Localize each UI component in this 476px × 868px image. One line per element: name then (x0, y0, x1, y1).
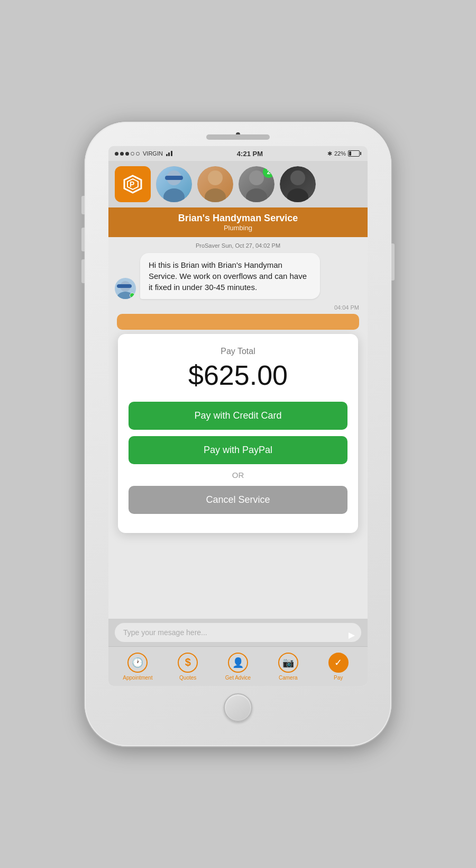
quotes-icon: $ (178, 653, 198, 673)
quotes-label: Quotes (179, 675, 196, 681)
pay-amount: $625.00 (129, 359, 347, 391)
pay-paypal-button[interactable]: Pay with PayPal (129, 436, 347, 464)
pay-label: Pay (334, 675, 343, 681)
tab-appointment[interactable]: 🕐 Appointment (113, 653, 163, 681)
orange-cta-peek[interactable] (117, 314, 359, 330)
svg-point-4 (163, 188, 185, 202)
tab-quotes[interactable]: $ Quotes (163, 653, 213, 681)
message-timestamp: 04:04 PM (115, 304, 361, 311)
pay-total-label: Pay Total (129, 347, 347, 356)
avatar-person2[interactable] (197, 166, 233, 202)
phone-screen: VIRGIN 4:21 PM ✱ 22% (108, 146, 368, 686)
app-logo[interactable]: P (115, 166, 151, 202)
svg-point-11 (287, 188, 308, 202)
wifi-icon (166, 151, 172, 156)
home-button[interactable] (224, 693, 252, 722)
camera-icon: 📷 (278, 653, 298, 673)
pay-credit-card-button[interactable]: Pay with Credit Card (129, 402, 347, 430)
person1-face (156, 166, 192, 202)
online-indicator (130, 293, 135, 298)
appointment-icon: 🕐 (127, 653, 148, 673)
svg-point-6 (208, 170, 223, 185)
battery-pct-label: 22% (334, 150, 346, 157)
tab-pay[interactable]: ✓ Pay (313, 653, 363, 681)
battery-indicator (348, 150, 361, 157)
status-right: ✱ 22% (327, 150, 361, 157)
svg-point-8 (249, 170, 264, 185)
camera-label: Camera (279, 675, 298, 681)
get-advice-label: Get Advice (225, 675, 251, 681)
tab-get-advice[interactable]: 👤 Get Advice (213, 653, 263, 681)
svg-text:P: P (130, 180, 134, 188)
message-input-placeholder[interactable]: Type your mesage here... (115, 623, 361, 642)
svg-rect-5 (165, 176, 183, 180)
chat-message-row: Hi this is Brian with Brian's Handyman S… (115, 253, 361, 299)
chat-bubble: Hi this is Brian with Brian's Handyman S… (140, 253, 320, 299)
phone-device: VIRGIN 4:21 PM ✱ 22% (85, 122, 391, 746)
bluetooth-icon: ✱ (327, 150, 332, 157)
person2-face (197, 166, 233, 202)
chat-area: ProSaver Sun, Oct 27, 04:02 PM Hi this i… (108, 237, 368, 619)
svg-rect-14 (117, 284, 132, 288)
business-category: Plumbing (115, 224, 361, 232)
time-display: 4:21 PM (237, 150, 263, 158)
avatar-person3[interactable]: 2 (239, 166, 274, 202)
signal-indicator (115, 152, 140, 156)
business-header: Brian's Handyman Service Plumbing (108, 207, 368, 237)
chat-meta: ProSaver Sun, Oct 27, 04:02 PM (115, 242, 361, 249)
volume-down-button[interactable] (81, 259, 85, 283)
carrier-label: VIRGIN (143, 150, 163, 157)
person4-face (280, 166, 316, 202)
svg-point-7 (205, 188, 226, 202)
cancel-service-button[interactable]: Cancel Service (129, 486, 347, 514)
appointment-label: Appointment (123, 675, 152, 681)
pay-icon: ✓ (328, 653, 349, 673)
speaker-grille (206, 134, 270, 140)
svg-point-10 (290, 170, 305, 185)
notification-badge: 2 (263, 166, 274, 178)
svg-point-9 (246, 188, 267, 202)
get-advice-icon: 👤 (228, 653, 248, 673)
input-area: Type your mesage here... (108, 619, 368, 646)
power-button[interactable] (391, 243, 395, 281)
tab-camera[interactable]: 📷 Camera (263, 653, 313, 681)
sender-avatar (115, 278, 136, 299)
business-name: Brian's Handyman Service (115, 213, 361, 224)
tab-bar: 🕐 Appointment $ Quotes 👤 Get Advice 📷 Ca… (108, 646, 368, 686)
avatar-person1[interactable] (156, 166, 192, 202)
or-divider: OR (129, 471, 347, 480)
avatar-person4[interactable] (280, 166, 316, 202)
mute-button[interactable] (81, 196, 85, 214)
status-left: VIRGIN (115, 150, 172, 157)
status-bar: VIRGIN 4:21 PM ✱ 22% (108, 146, 368, 161)
payment-modal: Pay Total $625.00 Pay with Credit Card P… (118, 334, 358, 533)
volume-up-button[interactable] (81, 228, 85, 251)
logo-icon: P (122, 174, 143, 195)
avatars-row: P (108, 161, 368, 207)
